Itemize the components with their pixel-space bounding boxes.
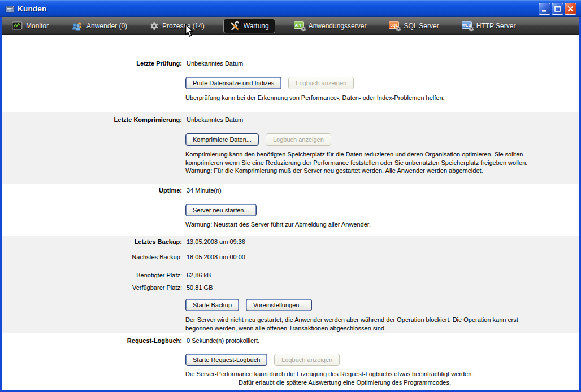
komprimiere-daten-button[interactable]: Komprimiere Daten... xyxy=(185,133,259,146)
verfuegbarer-platz-value: 50,81 GB xyxy=(187,284,213,291)
verfuegbarer-platz-label: Verfügbarer Platz: xyxy=(2,284,182,291)
maximize-icon xyxy=(553,5,562,13)
benoetigter-platz-label: Benötigter Platz: xyxy=(2,271,182,279)
section-backup: Letztes Backup: 13.05.2008 um 09:36 Näch… xyxy=(2,236,579,333)
logbuch-anzeigen-button-komprimierung: Logbuch anzeigen xyxy=(266,133,331,146)
letztes-backup-value: 13.05.2008 um 09:36 xyxy=(187,238,245,246)
window-controls xyxy=(539,3,578,15)
gear-overlay-icon xyxy=(396,26,401,32)
request-description-line2: Dafür erlaubt die spätere Auswertung ein… xyxy=(239,378,579,387)
backup-row-letztes: Letztes Backup: 13.05.2008 um 09:36 xyxy=(2,238,579,246)
backup-description: Der Server wird nicht neu gestartet, die… xyxy=(185,316,524,332)
minimize-button[interactable] xyxy=(539,3,550,15)
komprimierung-description: Komprimierung kann den benötigten Speich… xyxy=(185,150,528,175)
starte-request-logbuch-button[interactable]: Starte Request-Logbuch xyxy=(185,354,267,366)
request-logbuch-label: Request-Logbuch: xyxy=(2,337,182,345)
tab-anwender[interactable]: Anwender (0) xyxy=(67,19,131,33)
letzte-komprimierung-label: Letzte Komprimierung: xyxy=(2,116,182,124)
pruefe-datensaetze-button[interactable]: Prüfe Datensätze und Indizes xyxy=(185,77,281,89)
voreinstellungen-button[interactable]: Voreinstellungen... xyxy=(246,299,312,311)
benoetigter-platz-value: 62,86 kB xyxy=(187,271,211,279)
section-letzte-komprimierung: Letzte Komprimierung: Unbekanntes Datum … xyxy=(2,112,579,184)
gear-icon xyxy=(150,21,159,31)
gear-overlay-icon xyxy=(301,26,306,32)
tab-label: Monitor xyxy=(26,22,49,30)
tab-label: SQL Server xyxy=(404,22,439,30)
tab-sql-server[interactable]: SQL SQL Server xyxy=(385,19,443,33)
tab-label: Anwender (0) xyxy=(86,22,127,30)
app-window: Kunden Monitor xyxy=(0,0,581,392)
maximize-button[interactable] xyxy=(552,3,563,15)
request-logbuch-value: 0 Sekunde(n) protokolliert. xyxy=(187,337,259,345)
sql-server-icon: SQL xyxy=(389,21,400,31)
gear-overlay-icon xyxy=(469,26,474,32)
letzte-komprimierung-value: Unbekanntes Datum xyxy=(187,116,243,124)
monitor-chart-icon xyxy=(12,21,23,30)
tab-label: HTTP Server xyxy=(476,22,516,30)
tab-label: Wartung xyxy=(244,22,269,30)
naechstes-backup-value: 18.05.2008 um 00:00 xyxy=(187,253,245,261)
tab-wartung[interactable]: Wartung xyxy=(223,19,275,33)
logbuch-anzeigen-button-pruefung: Logbuch anzeigen xyxy=(288,77,354,89)
request-logbuch-description: Die Server-Performance kann durch die Er… xyxy=(185,370,579,386)
uptime-warning: Warnung: Neustart des Server führt zur A… xyxy=(185,220,579,229)
backup-row-naechstes: Nächstes Backup: 18.05.2008 um 00:00 xyxy=(2,253,579,261)
backup-row-verfuegbarer-platz: Verfügbarer Platz: 50,81 GB xyxy=(2,284,579,291)
window-title: Kunden xyxy=(18,5,46,13)
section-request-logbuch: Request-Logbuch: 0 Sekunde(n) protokolli… xyxy=(2,333,579,390)
letzte-pruefung-label: Letzte Prüfung: xyxy=(2,59,182,67)
tab-anwendungsserver[interactable]: APP Anwendungsserver xyxy=(290,19,371,33)
tab-label: Anwendungsserver xyxy=(309,22,367,30)
letzte-pruefung-value: Unbekanntes Datum xyxy=(187,59,243,67)
minimize-icon xyxy=(540,5,549,13)
titlebar[interactable]: Kunden xyxy=(0,0,581,17)
close-button[interactable] xyxy=(565,3,576,15)
uptime-label: Uptime: xyxy=(2,186,182,194)
tab-prozesse[interactable]: Prozesse (14) xyxy=(146,19,209,33)
app-server-icon: APP xyxy=(294,21,305,31)
tab-http-server[interactable]: WEB HTTP Server xyxy=(458,19,520,33)
starte-backup-button[interactable]: Starte Backup xyxy=(185,299,239,311)
tools-icon xyxy=(229,21,240,31)
web-server-icon: WEB xyxy=(462,21,473,31)
uptime-value: 34 Minute(n) xyxy=(187,186,222,194)
tab-monitor[interactable]: Monitor xyxy=(8,19,53,33)
wartung-panel: Letzte Prüfung: Unbekanntes Datum Prüfe … xyxy=(2,35,579,390)
letztes-backup-label: Letztes Backup: xyxy=(2,238,182,246)
naechstes-backup-label: Nächstes Backup: xyxy=(2,253,182,261)
toolbar: Monitor Anwender (0) Prozesse (14) xyxy=(2,17,579,35)
request-description-line1: Die Server-Performance kann durch die Er… xyxy=(185,370,579,378)
pruefung-description: Überprüfung kann bei der Erkennung von P… xyxy=(185,94,579,102)
backup-row-benoetigter-platz: Benötigter Platz: 62,86 kB xyxy=(2,271,579,279)
section-uptime: Uptime: 34 Minute(n) Server neu starten.… xyxy=(2,184,579,236)
server-neu-starten-button[interactable]: Server neu starten... xyxy=(185,204,257,216)
app-icon xyxy=(5,4,15,14)
tab-label: Prozesse (14) xyxy=(162,22,205,30)
section-letzte-pruefung: Letzte Prüfung: Unbekanntes Datum Prüfe … xyxy=(2,35,579,112)
users-icon xyxy=(71,21,83,31)
logbuch-anzeigen-button-request: Logbuch anzeigen xyxy=(274,354,340,366)
close-icon xyxy=(566,5,575,13)
